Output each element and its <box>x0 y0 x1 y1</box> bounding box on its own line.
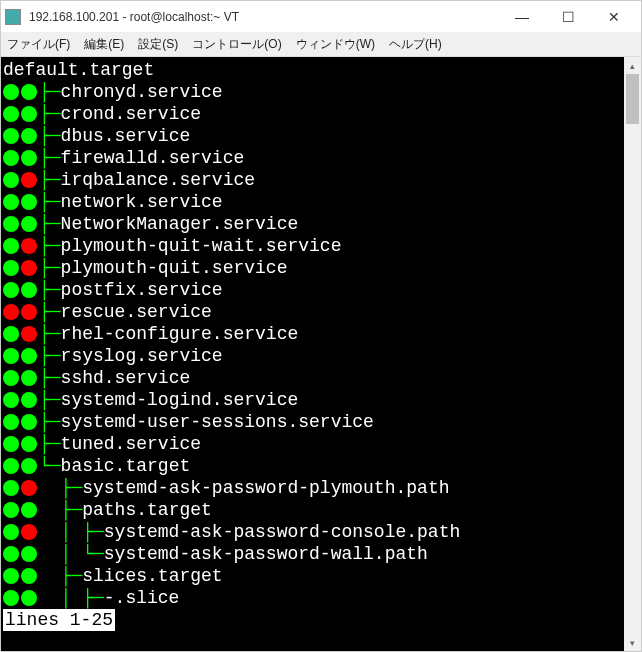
tree-row: ├─plymouth-quit.service <box>3 257 624 279</box>
unit-name: plymouth-quit.service <box>61 257 288 279</box>
unit-name: systemd-ask-password-plymouth.path <box>82 477 449 499</box>
tree-branch: ├─ <box>39 433 61 455</box>
status-dot-green <box>3 128 19 144</box>
menu-file[interactable]: ファイル(F) <box>7 36 70 53</box>
status-dot-green <box>3 238 19 254</box>
status-dot-green <box>3 546 19 562</box>
status-dot-green <box>3 590 19 606</box>
unit-name: tuned.service <box>61 433 201 455</box>
tree-branch: ├─ <box>39 147 61 169</box>
status-dot-red <box>21 238 37 254</box>
pager-status: lines 1-25 <box>3 609 624 631</box>
terminal[interactable]: default.target├─chronyd.service├─crond.s… <box>1 57 624 651</box>
status-dot-green <box>3 458 19 474</box>
status-dot-green <box>21 392 37 408</box>
unit-name: systemd-ask-password-console.path <box>104 521 460 543</box>
unit-name: systemd-user-sessions.service <box>61 411 374 433</box>
window-title: 192.168.100.201 - root@localhost:~ VT <box>29 10 499 24</box>
unit-name: slices.target <box>82 565 222 587</box>
unit-name: paths.target <box>82 499 212 521</box>
status-dot-red <box>3 304 19 320</box>
unit-name: network.service <box>61 191 223 213</box>
minimize-button[interactable]: — <box>499 2 545 32</box>
scroll-up-icon[interactable]: ▴ <box>624 57 641 74</box>
unit-name: NetworkManager.service <box>61 213 299 235</box>
status-dot-green <box>21 502 37 518</box>
window-controls: — ☐ ✕ <box>499 2 637 32</box>
unit-name: sshd.service <box>61 367 191 389</box>
close-button[interactable]: ✕ <box>591 2 637 32</box>
tree-branch: ├─ <box>39 301 61 323</box>
tree-branch: ├─ <box>39 323 61 345</box>
status-dot-red <box>21 172 37 188</box>
status-dot-red <box>21 260 37 276</box>
tree-row: ├─systemd-ask-password-plymouth.path <box>3 477 624 499</box>
tree-row: └─basic.target <box>3 455 624 477</box>
tree-branch: │ └─ <box>39 543 104 565</box>
status-dot-green <box>21 84 37 100</box>
app-icon <box>5 9 21 25</box>
menu-window[interactable]: ウィンドウ(W) <box>296 36 375 53</box>
status-dot-green <box>21 348 37 364</box>
status-dot-green <box>3 216 19 232</box>
status-dot-green <box>3 348 19 364</box>
tree-row: ├─tuned.service <box>3 433 624 455</box>
status-dot-green <box>3 84 19 100</box>
status-dot-green <box>3 172 19 188</box>
tree-branch: │ ├─ <box>39 521 104 543</box>
tree-row: ├─systemd-user-sessions.service <box>3 411 624 433</box>
unit-name: irqbalance.service <box>61 169 255 191</box>
maximize-button[interactable]: ☐ <box>545 2 591 32</box>
unit-name: postfix.service <box>61 279 223 301</box>
tree-branch: ├─ <box>39 235 61 257</box>
tree-branch: ├─ <box>39 389 61 411</box>
tree-row: ├─systemd-logind.service <box>3 389 624 411</box>
tree-row: ├─network.service <box>3 191 624 213</box>
status-dot-green <box>3 568 19 584</box>
menu-help[interactable]: ヘルプ(H) <box>389 36 442 53</box>
tree-branch: ├─ <box>39 499 82 521</box>
status-dot-red <box>21 304 37 320</box>
unit-name: basic.target <box>61 455 191 477</box>
status-dot-red <box>21 480 37 496</box>
status-dot-green <box>3 370 19 386</box>
unit-name: rsyslog.service <box>61 345 223 367</box>
status-dot-green <box>3 480 19 496</box>
tree-branch: ├─ <box>39 125 61 147</box>
status-dot-red <box>21 524 37 540</box>
status-dot-green <box>3 194 19 210</box>
unit-name: -.slice <box>104 587 180 609</box>
unit-name: firewalld.service <box>61 147 245 169</box>
tree-row: │ ├─-.slice <box>3 587 624 609</box>
tree-row: ├─slices.target <box>3 565 624 587</box>
tree-branch: │ ├─ <box>39 587 104 609</box>
status-dot-green <box>21 194 37 210</box>
unit-name: systemd-logind.service <box>61 389 299 411</box>
menu-setup[interactable]: 設定(S) <box>138 36 178 53</box>
tree-row: ├─crond.service <box>3 103 624 125</box>
tree-row: │ ├─systemd-ask-password-console.path <box>3 521 624 543</box>
status-line: lines 1-25 <box>3 609 115 631</box>
tree-row: ├─rsyslog.service <box>3 345 624 367</box>
tree-root: default.target <box>3 59 624 81</box>
tree-branch: ├─ <box>39 367 61 389</box>
status-dot-green <box>21 436 37 452</box>
menu-control[interactable]: コントロール(O) <box>192 36 281 53</box>
scroll-down-icon[interactable]: ▾ <box>624 634 641 651</box>
tree-branch: ├─ <box>39 169 61 191</box>
tree-row: ├─rescue.service <box>3 301 624 323</box>
status-dot-green <box>3 502 19 518</box>
scroll-thumb[interactable] <box>626 74 639 124</box>
status-dot-green <box>21 128 37 144</box>
tree-row: ├─chronyd.service <box>3 81 624 103</box>
status-dot-green <box>21 546 37 562</box>
status-dot-green <box>3 392 19 408</box>
tree-row: ├─irqbalance.service <box>3 169 624 191</box>
tree-branch: ├─ <box>39 477 82 499</box>
menu-edit[interactable]: 編集(E) <box>84 36 124 53</box>
tree-row: ├─sshd.service <box>3 367 624 389</box>
scroll-track[interactable] <box>624 74 641 634</box>
status-dot-green <box>3 282 19 298</box>
status-dot-green <box>21 568 37 584</box>
scrollbar[interactable]: ▴ ▾ <box>624 57 641 651</box>
